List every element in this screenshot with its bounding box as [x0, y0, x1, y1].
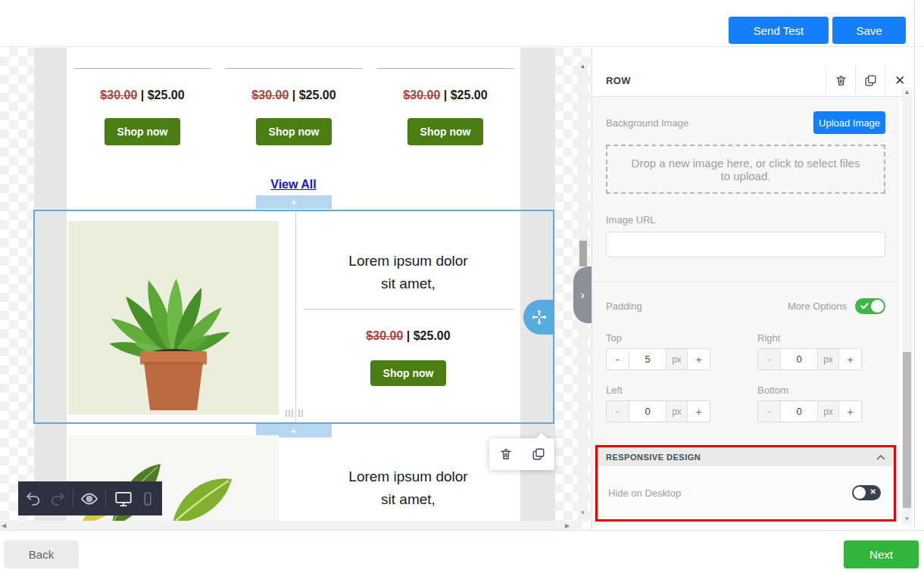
redo-button[interactable] — [49, 490, 66, 507]
decrement-button[interactable]: - — [758, 349, 781, 369]
increment-button[interactable]: + — [838, 349, 861, 369]
trash-icon — [835, 74, 848, 87]
back-button[interactable]: Back — [4, 540, 79, 568]
text-line: sit amet, — [303, 272, 514, 295]
canvas-horizontal-scrollbar[interactable] — [0, 521, 573, 530]
eye-icon — [80, 490, 98, 508]
product-column-2[interactable]: $30.00 | $25.00 Shop now — [218, 48, 370, 199]
duplicate-row-button[interactable] — [532, 447, 545, 461]
preview-button[interactable] — [80, 490, 98, 508]
text-line: Lorem ipsum dolor — [303, 250, 514, 272]
product-column-3[interactable]: $30.00 | $25.00 Shop now — [370, 48, 521, 199]
current-price: $25.00 — [451, 89, 488, 101]
email-builder-app: Send Test Save $30.00 | $25.00 Shop now … — [0, 0, 924, 573]
text-line: Lorem ipsum dolor — [303, 466, 514, 488]
add-row-above-button[interactable]: + — [256, 195, 332, 209]
row-move-handle[interactable] — [523, 300, 554, 335]
old-price: $30.00 — [251, 89, 289, 101]
panel-body: Background Image Upload Image Drop a new… — [592, 97, 899, 522]
increment-button[interactable]: + — [687, 401, 710, 422]
product-price: $30.00 | $25.00 — [218, 89, 370, 102]
shop-now-button[interactable]: Shop now — [256, 118, 332, 145]
background-image-label: Background Image — [606, 117, 688, 129]
view-all-wrapper: View All — [67, 178, 520, 192]
scroll-down-arrow[interactable]: ▼ — [902, 515, 912, 522]
panel-scrollbar-thumb[interactable] — [903, 352, 911, 508]
current-price: $25.00 — [414, 329, 451, 342]
unit-label: px — [666, 349, 687, 369]
price-separator: | — [141, 89, 144, 101]
unit-label: px — [817, 401, 838, 422]
row-settings-panel: ROW ✕ Background Image Upload Image Drop… — [592, 48, 913, 530]
shop-now-button[interactable]: Shop now — [407, 118, 483, 145]
mobile-view-button[interactable] — [140, 491, 155, 506]
padding-right-stepper: - px + — [757, 348, 862, 370]
window-edge-divider — [914, 0, 915, 530]
scroll-right-arrow[interactable]: ▶ — [565, 522, 570, 529]
old-price: $30.00 — [366, 329, 403, 342]
desktop-view-button[interactable] — [114, 489, 133, 509]
next-button[interactable]: Next — [844, 540, 919, 568]
duplicate-icon — [532, 447, 545, 461]
padding-left-label: Left — [606, 385, 623, 396]
delete-row-button[interactable] — [826, 64, 855, 97]
undo-button[interactable] — [25, 490, 42, 507]
decrement-button[interactable]: - — [758, 401, 781, 422]
panel-collapse-tab[interactable]: › — [573, 266, 592, 323]
image-dropzone[interactable]: Drop a new image here, or click to selec… — [606, 145, 885, 194]
move-icon — [531, 309, 548, 325]
divider-line — [226, 68, 362, 69]
selected-row-text[interactable]: Lorem ipsum dolor sit amet, — [303, 250, 514, 295]
duplicate-icon — [864, 74, 877, 87]
increment-button[interactable]: + — [838, 401, 861, 422]
more-options-label: More Options — [788, 301, 847, 312]
duplicate-row-button[interactable] — [855, 64, 885, 97]
shop-now-button[interactable]: Shop now — [370, 360, 446, 386]
padding-label: Padding — [606, 301, 642, 312]
unit-label: px — [817, 349, 838, 369]
image-url-input[interactable] — [606, 232, 885, 257]
desktop-icon — [114, 489, 133, 509]
column-resize-grip[interactable] — [286, 410, 303, 417]
more-options-toggle[interactable] — [855, 298, 885, 314]
padding-left-input[interactable] — [629, 401, 666, 422]
email-canvas[interactable]: $30.00 | $25.00 Shop now $30.00 | $25.00… — [0, 48, 592, 530]
plant-product-image[interactable] — [68, 221, 279, 415]
padding-bottom-input[interactable] — [781, 401, 817, 422]
product-column-1[interactable]: $30.00 | $25.00 Shop now — [67, 48, 218, 199]
responsive-design-body: Hide on Desktop ✕ — [598, 466, 894, 519]
old-price: $30.00 — [100, 89, 137, 101]
current-price: $25.00 — [299, 89, 336, 101]
scroll-up-arrow[interactable]: ▲ — [578, 63, 588, 70]
shop-now-button[interactable]: Shop now — [105, 118, 180, 145]
padding-right-label: Right — [757, 332, 780, 344]
send-test-button[interactable]: Send Test — [729, 17, 829, 44]
scroll-down-arrow[interactable]: ▼ — [578, 509, 588, 516]
padding-left-stepper: - px + — [606, 400, 710, 422]
mobile-icon — [140, 491, 155, 506]
panel-title: ROW — [592, 75, 826, 86]
selected-row-price: $30.00 | $25.00 — [303, 329, 514, 343]
hide-on-desktop-toggle[interactable]: ✕ — [852, 485, 881, 500]
decrement-button[interactable]: - — [607, 401, 629, 422]
top-toolbar: Send Test Save — [0, 0, 924, 47]
view-all-link[interactable]: View All — [270, 178, 316, 191]
chevron-right-icon: › — [580, 288, 585, 303]
increment-button[interactable]: + — [687, 349, 710, 369]
canvas-scrollbar-thumb[interactable] — [579, 241, 587, 266]
upload-image-button[interactable]: Upload Image — [813, 111, 885, 134]
padding-top-input[interactable] — [629, 349, 666, 369]
redo-icon — [49, 490, 66, 507]
padding-right-input[interactable] — [781, 349, 817, 369]
save-button[interactable]: Save — [832, 17, 906, 44]
delete-row-button[interactable] — [499, 447, 513, 461]
check-icon — [860, 303, 869, 310]
price-separator: | — [444, 89, 447, 101]
bottom-row-text[interactable]: Lorem ipsum dolor sit amet, — [303, 466, 514, 511]
decrement-button[interactable]: - — [607, 349, 629, 369]
product-price: $30.00 | $25.00 — [370, 89, 521, 102]
padding-bottom-label: Bottom — [757, 385, 788, 396]
scroll-left-arrow[interactable]: ◀ — [2, 522, 6, 529]
responsive-design-header[interactable]: RESPONSIVE DESIGN — [598, 447, 894, 466]
scroll-up-arrow[interactable]: ▲ — [902, 89, 912, 95]
